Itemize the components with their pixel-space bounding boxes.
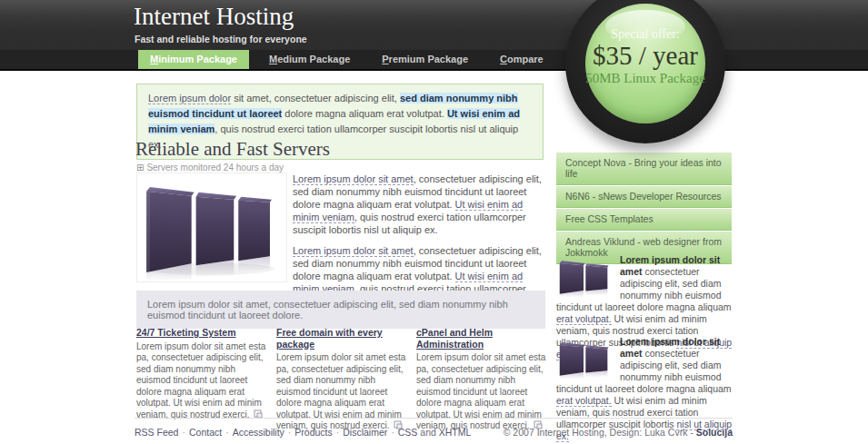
separator: · bbox=[182, 427, 185, 438]
monitor-note: ⊞Servers monitored 24 hours a day bbox=[136, 163, 284, 173]
nav-item-minimum-package[interactable]: Minimum Package bbox=[138, 50, 249, 69]
nav-item-medium-package[interactable]: Medium Package bbox=[257, 50, 362, 69]
column-cpanel: cPanel and Helm Administration Lorem ips… bbox=[416, 327, 546, 432]
intro-text-2: dolore magna aliquam erat volutpat. bbox=[282, 108, 447, 119]
sidebar-link-free-css[interactable]: Free CSS Templates bbox=[556, 209, 732, 231]
offer-package: 50MB Linux Package bbox=[585, 71, 705, 86]
page-content: Lorem ipsum dolor sit amet, consectetuer… bbox=[0, 71, 868, 444]
footer-link-solucija[interactable]: Solucija bbox=[696, 427, 733, 438]
copyright-text: © 2007 Internet Hosting, Design: Luka Cv… bbox=[504, 427, 696, 438]
page-header: Internet Hosting Fast and reliable hosti… bbox=[0, 0, 868, 50]
footer-link-css[interactable]: CSS bbox=[398, 427, 418, 438]
server-towers-illustration bbox=[137, 173, 286, 281]
sidebar-link-list: Concept Nova - Bring your ideas into lif… bbox=[556, 153, 732, 265]
server-thumbnail[interactable] bbox=[556, 256, 613, 298]
separator: · bbox=[336, 427, 340, 438]
footer-copyright: © 2007 Internet Hosting, Design: Luka Cv… bbox=[504, 427, 733, 438]
column-ticketing: 24/7 Ticketing System Lorem ipsum dolor … bbox=[136, 327, 266, 432]
column-title-link[interactable]: Free domain with every package bbox=[276, 327, 406, 350]
sidebar-link-concept-nova[interactable]: Concept Nova - Bring your ideas into lif… bbox=[556, 153, 732, 185]
footer-link-disclaimer[interactable]: Disclaimer bbox=[343, 427, 387, 438]
column-title-link[interactable]: cPanel and Helm Administration bbox=[416, 327, 546, 350]
site-title: Internet Hosting bbox=[134, 3, 294, 31]
column-free-domain: Free domain with every package Lorem ips… bbox=[276, 327, 406, 432]
footer-links: RSS Feed·Contact·Accessibility·Products·… bbox=[135, 427, 471, 438]
sidebar-link-n6n6[interactable]: N6N6 - sNews Developer Resources bbox=[556, 186, 732, 208]
section-heading: Reliable and Fast Servers bbox=[135, 138, 330, 161]
nav-item-compare[interactable]: Compare bbox=[488, 50, 555, 69]
footer-and-text: and bbox=[420, 427, 436, 438]
column-title-link[interactable]: 24/7 Ticketing System bbox=[136, 327, 236, 339]
paragraph-link[interactable]: Lorem ipsum dolor sit amet bbox=[293, 173, 414, 185]
site-tagline: Fast and reliable hosting for everyone bbox=[135, 34, 307, 44]
footer-link-xhtml[interactable]: XHTML bbox=[439, 427, 472, 438]
server-paragraph: Lorem ipsum dolor sit amet, consectetuer… bbox=[293, 173, 545, 236]
offer-price: $35 / year bbox=[585, 42, 705, 71]
intro-text-1: sit amet, consectetuer adipiscing elit, bbox=[231, 93, 400, 104]
footer-link-products[interactable]: Products bbox=[294, 427, 332, 438]
server-image bbox=[136, 173, 287, 282]
main-navigation: Minimum Package Medium Package Premium P… bbox=[0, 50, 868, 71]
page-footer: RSS Feed·Contact·Accessibility·Products·… bbox=[135, 418, 733, 438]
news-link[interactable]: erat volutpat. bbox=[556, 313, 612, 325]
nav-items: Minimum Package Medium Package Premium P… bbox=[138, 50, 623, 69]
squared-plus-icon: ⊞ bbox=[136, 163, 144, 173]
badge-gloss-highlight bbox=[605, 10, 685, 43]
server-thumbnail[interactable] bbox=[556, 338, 613, 380]
separator: · bbox=[391, 427, 394, 438]
monitor-note-text: Servers monitored 24 hours a day bbox=[146, 163, 284, 173]
footer-link-rss-feed[interactable]: RSS Feed bbox=[135, 427, 178, 438]
separator: · bbox=[288, 427, 292, 438]
permalink-icon[interactable] bbox=[254, 409, 263, 419]
news-link[interactable]: erat volutpat. bbox=[556, 395, 612, 407]
footer-link-contact[interactable]: Contact bbox=[189, 427, 222, 438]
note-bar: Lorem ipsum dolor sit amet, consectetuer… bbox=[136, 291, 545, 329]
intro-link[interactable]: Lorem ipsum dolor bbox=[148, 93, 231, 104]
column-body: Lorem ipsum dolor sit amet esta pa, cons… bbox=[136, 341, 266, 421]
feature-columns: 24/7 Ticketing System Lorem ipsum dolor … bbox=[136, 327, 547, 432]
paragraph-link[interactable]: Lorem ipsum dolor sit amet bbox=[293, 245, 414, 257]
special-offer-badge-face: Special offer: $35 / year 50MB Linux Pac… bbox=[585, 4, 705, 123]
nav-item-premium-package[interactable]: Premium Package bbox=[370, 50, 480, 69]
separator: · bbox=[225, 427, 229, 438]
footer-link-accessibility[interactable]: Accessibility bbox=[233, 427, 284, 438]
column-text: Lorem ipsum dolor sit amet esta pa, cons… bbox=[136, 341, 265, 419]
